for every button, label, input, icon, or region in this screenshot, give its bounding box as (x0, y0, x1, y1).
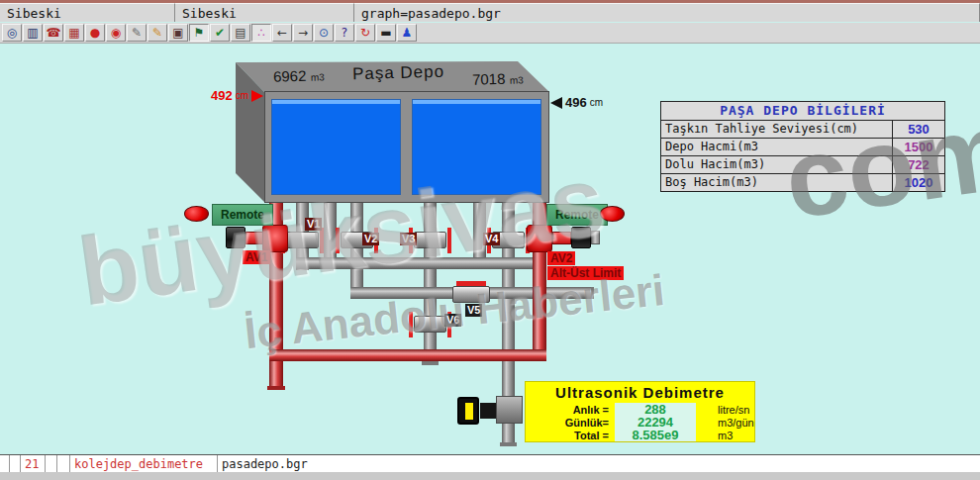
pencil-color-button[interactable]: ✎ (147, 24, 167, 42)
av2-stub (591, 231, 600, 244)
flowmeter-row-value: 8.585e9 (615, 429, 696, 441)
tank-title: Paşa Depo (352, 62, 445, 84)
help-button[interactable]: ? (335, 24, 354, 42)
back-icon: ← (277, 26, 287, 40)
refresh-button[interactable]: ↻ (355, 24, 375, 42)
flowmeter-panel: Ultrasonik Debimetre Anlık = 288 litre/s… (525, 381, 755, 442)
pipe-end-cap (591, 287, 594, 299)
palette-button[interactable]: ∴ (251, 24, 271, 42)
row-label: Depo Hacmi(m3 (661, 139, 893, 155)
palette-icon: ∴ (257, 26, 265, 40)
copy-icon: ▤ (235, 26, 245, 40)
status-cell-empty (0, 455, 10, 472)
valve-body (414, 232, 446, 248)
alt-ust-limit-label: Alt-Üst Limit (547, 266, 624, 280)
status-cell-empty (57, 455, 70, 472)
camera-icon: ▣ (172, 26, 183, 40)
menu-field-left[interactable]: Sibeski (0, 3, 175, 22)
forward-button[interactable]: → (293, 24, 313, 42)
flowmeter-row-label: Anlık = (541, 403, 615, 416)
av2-fitting (552, 232, 571, 244)
zoom-button[interactable]: ◎ (2, 24, 22, 42)
row-value: 1500 (893, 139, 944, 155)
monitor-button[interactable]: ▥ (23, 24, 43, 42)
check-icon: ✔ (215, 26, 225, 40)
tank-right-volume-value: 7018 (472, 70, 506, 88)
pencil-icon: ✎ (132, 26, 142, 40)
row-label: Dolu Hacim(m3) (661, 156, 893, 173)
av1-valve[interactable] (262, 225, 288, 252)
row-label: Taşkın Tahliye Seviyesi(cm) (661, 121, 893, 138)
remote-lamp-right (600, 206, 625, 222)
valve-flange (447, 228, 451, 253)
av2-actuator[interactable] (571, 227, 591, 248)
flow-sensor-indicator (465, 403, 473, 420)
trend-chart-icon: ▦ (68, 26, 79, 40)
window-bottom-strip (0, 472, 980, 480)
pipe-red-bottom (269, 349, 546, 361)
flag-check-icon: ⚑ (194, 26, 205, 40)
alarm-button[interactable]: ☎ (44, 24, 63, 42)
tank-left-volume-unit: m3 (311, 71, 325, 82)
flag-check-button[interactable]: ⚑ (189, 24, 209, 42)
tank-left-volume-value: 6962 (273, 67, 307, 85)
toolbar: ◎ ▥ ☎ ▦ ● ◉ ✎ ✎ ▣ ⚑ ✔ ▤ ∴ ← → ⊙ ? ↻ ▬ ♟ (0, 23, 980, 44)
red-ball-next-button[interactable]: ◉ (106, 24, 126, 42)
remote-button-right[interactable]: Remote (546, 204, 608, 226)
flow-sensor-coupling (480, 403, 496, 419)
info-table: PAŞA DEPO BİLGİLERİ Taşkın Tahliye Seviy… (660, 101, 945, 192)
pipe-end-cap-red (267, 386, 285, 390)
level-indicator-left: 492 cm (211, 88, 263, 103)
valve-v5[interactable] (452, 281, 490, 305)
user-icon: ♟ (402, 26, 413, 40)
status-file-name: pasadepo.bgr (218, 455, 980, 472)
level-right-unit: cm (590, 97, 603, 108)
flowmeter-row-label: Total = (541, 429, 615, 441)
level-left-arrow-icon (251, 90, 263, 102)
flow-sensor-tee (496, 396, 523, 424)
forward-icon: → (298, 26, 308, 40)
valve-flange (320, 228, 324, 253)
av1-actuator[interactable] (226, 227, 245, 248)
row-value: 722 (893, 156, 944, 173)
pencil-button[interactable]: ✎ (127, 24, 147, 42)
tank-left-volume: 6962 m3 (273, 66, 325, 85)
help-icon: ? (342, 26, 347, 40)
back-button[interactable]: ← (272, 24, 292, 42)
pipe-v3-v6-riser (424, 201, 437, 364)
menu-field-middle[interactable]: Sibeski (175, 3, 354, 22)
user-button[interactable]: ♟ (397, 24, 417, 42)
film-button[interactable]: ▬ (376, 24, 396, 42)
pipe-upper-collector (296, 257, 546, 269)
camera-button[interactable]: ▣ (168, 24, 188, 42)
remote-lamp-left (184, 206, 209, 222)
flowmeter-row-label: Günlük= (541, 416, 615, 429)
status-cell-empty (10, 455, 21, 472)
table-row: Taşkın Tahliye Seviyesi(cm) 530 (661, 121, 944, 139)
pipe-end-cap (500, 442, 517, 446)
red-ball-button[interactable]: ● (85, 24, 105, 42)
trend-chart-button[interactable]: ▦ (64, 24, 84, 42)
menu-field-graph[interactable]: graph=pasadepo.bgr (354, 3, 980, 22)
status-bar: 21 kolejdep_debimetre pasadepo.bgr (0, 454, 980, 472)
av1-label: AV1 (243, 250, 270, 264)
copy-button[interactable]: ▤ (231, 24, 250, 42)
table-row: Boş Hacim(m3) 1020 (661, 174, 944, 191)
valve-v4-label: V4 (483, 233, 500, 245)
remote-button-left[interactable]: Remote (212, 204, 273, 226)
status-page-number: 21 (21, 455, 46, 472)
valve-v3-label: V3 (400, 233, 417, 245)
check-button[interactable]: ✔ (210, 24, 230, 42)
red-ball-icon: ● (90, 26, 100, 40)
table-row: Depo Hacmi(m3 1500 (661, 139, 944, 156)
valve-v5-label: V5 (465, 304, 482, 317)
valve-flange (409, 312, 413, 337)
av2-valve[interactable] (527, 225, 552, 252)
level-left-value: 492 (211, 88, 233, 103)
monitor-icon: ▥ (27, 26, 38, 40)
globe-button[interactable]: ⊙ (314, 24, 334, 42)
table-row: Dolu Hacim(m3) 722 (661, 156, 944, 174)
tank-water-panel-left (271, 99, 401, 195)
tank-right-volume-unit: m3 (510, 74, 524, 85)
alarm-icon: ☎ (47, 26, 61, 40)
